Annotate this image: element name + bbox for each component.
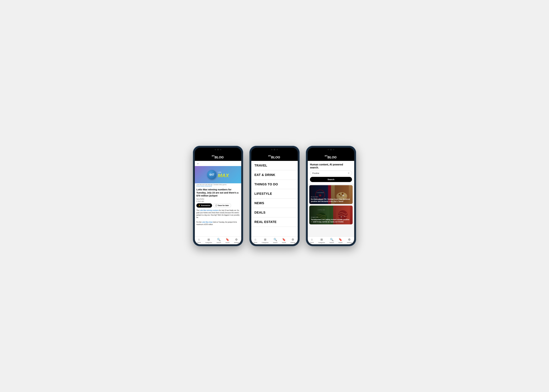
- category-eat-drink[interactable]: EAT & DRINK: [251, 170, 298, 180]
- phone-2: MTL BLOG TRAVEL EAT & DRINK THINGS TO DO…: [249, 146, 300, 246]
- notch-dot-4: [276, 149, 278, 150]
- nav-home-2[interactable]: ⌂ Home: [253, 238, 257, 243]
- category-things-to-do[interactable]: THINGS TO DO: [251, 180, 298, 189]
- category-lifestyle[interactable]: LIFESTYLE: [251, 189, 298, 198]
- category-lifestyle-label: LIFESTYLE: [254, 192, 272, 195]
- search-icon-1: 🔍: [217, 238, 220, 241]
- bottom-nav-3: ⌂ Home ⊞ Categories 🔍 Search 🔖 Saved ⚙: [308, 237, 354, 244]
- nav-search-2[interactable]: 🔍 Search: [273, 238, 277, 243]
- article-author: Ilana Belfer: [195, 198, 241, 200]
- save-button[interactable]: 💬 Save for later: [213, 203, 231, 208]
- phone-3: MTL BLOG Human content, AI powered searc…: [306, 146, 356, 246]
- lottery-ball: 647: [207, 170, 217, 179]
- categories-label-3: Categories: [318, 242, 325, 243]
- nav-home-1[interactable]: ⌂ Home: [197, 238, 201, 243]
- body-text-3: For the: [196, 221, 202, 223]
- lottery-visual: 647 Lotto MAX: [195, 166, 241, 183]
- result-1-title: Ex-Habs player P.K. Subban loves this Mo…: [311, 198, 351, 203]
- result-card-1[interactable]: CANADIENS 76 08 July 2024: [309, 185, 353, 204]
- article-screen: ← 647 Lotto MAX Lotto Max and Lotto 649 …: [195, 161, 241, 237]
- category-deals[interactable]: DEALS: [251, 208, 298, 217]
- nav-settings-2[interactable]: ⚙ Settings: [290, 238, 296, 243]
- search-screen: Human content, AI powered search. Poutin…: [308, 161, 354, 237]
- category-news-label: NEWS: [254, 201, 264, 205]
- notch-2: [265, 148, 284, 152]
- categories-label-1: Categories: [205, 242, 212, 243]
- phone-1-top-bar: [195, 148, 241, 153]
- notch-dot-5: [328, 149, 329, 150]
- categories-screen: TRAVEL EAT & DRINK THINGS TO DO LIFESTYL…: [251, 161, 298, 237]
- bottom-nav-1: ⌂ Home ⊞ Categories 🔍 Search 🔖 Saved ⚙: [195, 237, 241, 244]
- nav-settings-1[interactable]: ⚙ Settings: [234, 238, 239, 243]
- body-text-1: The: [196, 210, 199, 211]
- notch-1: [209, 148, 227, 152]
- notch-dot-6: [333, 149, 334, 150]
- home-icon-1: ⌂: [198, 238, 200, 241]
- category-real-estate-label: REAL ESTATE: [254, 220, 276, 224]
- categories-icon-3: ⊞: [320, 238, 323, 241]
- categories-icon-1: ⊞: [208, 238, 210, 241]
- category-deals-label: DEALS: [254, 211, 265, 214]
- article-date: 6 days ago: [195, 200, 241, 203]
- saved-label-2: Saved: [282, 242, 286, 243]
- nav-categories-3[interactable]: ⊞ Categories: [318, 238, 325, 243]
- nav-categories-1[interactable]: ⊞ Categories: [205, 238, 212, 243]
- categories-label-2: Categories: [262, 242, 269, 243]
- category-real-estate[interactable]: REAL ESTATE: [251, 217, 298, 227]
- article-actions: ⚡ Summarize 💬 Save for later: [195, 203, 241, 209]
- search-label-1: Search: [217, 242, 221, 243]
- body-link-1[interactable]: Lotto Max winning numbers: [199, 210, 219, 211]
- logo-3: MTL BLOG: [325, 154, 337, 159]
- search-button[interactable]: Search: [310, 177, 352, 182]
- search-clear-button[interactable]: ✕: [348, 172, 350, 174]
- nav-search-1[interactable]: 🔍 Search: [217, 238, 221, 243]
- search-input-row: Poutine ✕: [310, 171, 352, 176]
- saved-icon-3: 🔖: [339, 238, 342, 241]
- logo-2: MTL BLOG: [268, 154, 281, 159]
- notch-cam-3: [330, 149, 332, 150]
- nav-saved-3[interactable]: 🔖 Saved: [338, 238, 342, 243]
- search-input-wrap[interactable]: Poutine ✕: [310, 171, 352, 176]
- category-news[interactable]: NEWS: [251, 198, 298, 208]
- nav-categories-2[interactable]: ⊞ Categories: [262, 238, 269, 243]
- saved-icon-2: 🔖: [282, 238, 286, 241]
- settings-label-3: Settings: [347, 242, 352, 243]
- home-icon-3: ⌂: [311, 238, 313, 241]
- phone-3-top-bar: [308, 148, 354, 153]
- result-card-2[interactable]: 24 APRIL 2024: [309, 206, 353, 224]
- back-button[interactable]: ←: [195, 161, 241, 166]
- result-2-date: 24 April 2024: [311, 217, 351, 218]
- result-1-text: 08 July 2024 Ex-Habs player P.K. Subban …: [311, 196, 351, 203]
- result-2-overlay: 24 April 2024 Torontonians are eating in…: [309, 206, 353, 224]
- result-1-overlay: 08 July 2024 Ex-Habs player P.K. Subban …: [309, 185, 353, 204]
- app-header-1: MTL BLOG: [195, 153, 241, 161]
- bottom-nav-2: ⌂ Home ⊞ Categories 🔍 Search 🔖 Saved ⚙: [251, 237, 298, 244]
- settings-icon-3: ⚙: [348, 238, 351, 241]
- logo-1: MTL BLOG: [212, 154, 224, 159]
- nav-search-3[interactable]: 🔍 Search: [329, 238, 334, 243]
- nav-saved-1[interactable]: 🔖 Saved: [225, 238, 230, 243]
- nav-settings-3[interactable]: ⚙ Settings: [347, 238, 352, 243]
- summarize-button[interactable]: ⚡ Summarize: [196, 203, 212, 208]
- nav-saved-2[interactable]: 🔖 Saved: [282, 238, 286, 243]
- category-things-to-do-label: THINGS TO DO: [254, 182, 278, 186]
- result-2-title: Torontonians are eating instant noodle p…: [311, 218, 351, 223]
- article-body: The Lotto Max winning numbers for July 2…: [195, 209, 241, 226]
- notch-dot-2: [220, 149, 221, 150]
- saved-label-3: Saved: [338, 242, 342, 243]
- search-tagline: Human content, AI powered search.: [310, 163, 352, 169]
- caption-link[interactable]: Erman Gunes | Dreamstime: [196, 185, 212, 187]
- category-eat-drink-label: EAT & DRINK: [254, 173, 275, 176]
- nav-home-3[interactable]: ⌂ Home: [310, 238, 314, 243]
- home-label-2: Home: [253, 242, 257, 243]
- logo-svg-1: MTL BLOG: [212, 154, 224, 159]
- category-travel[interactable]: TRAVEL: [251, 161, 298, 170]
- phone-2-top-bar: [251, 148, 298, 153]
- settings-icon-1: ⚙: [235, 238, 238, 241]
- search-icon-2: 🔍: [274, 238, 277, 241]
- settings-label-1: Settings: [234, 242, 239, 243]
- caption-text: Lotto Max and Lotto 649 sign, Canadian l…: [196, 184, 227, 185]
- search-input-value: Poutine: [312, 172, 319, 174]
- body-link-2[interactable]: Lotto Max draw: [202, 221, 212, 223]
- notch-cam-2: [274, 149, 275, 150]
